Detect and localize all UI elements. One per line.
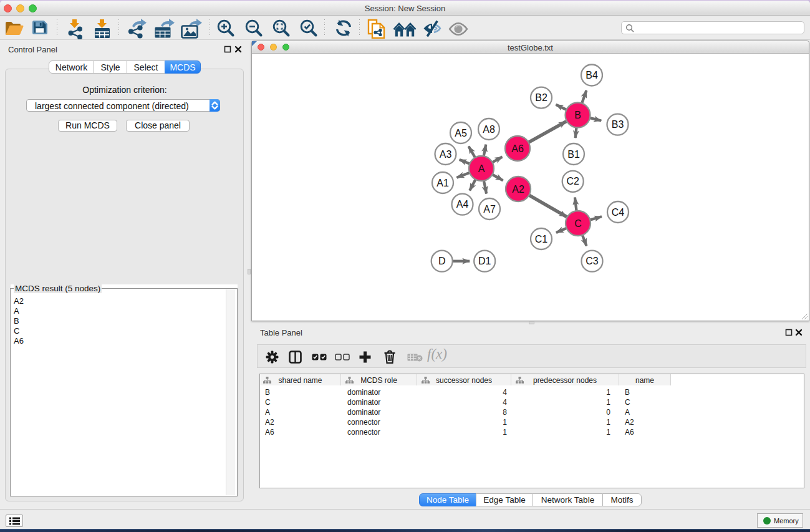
svg-text:B4: B4 bbox=[586, 70, 598, 80]
svg-text:B: B bbox=[574, 110, 581, 120]
svg-text:A2: A2 bbox=[512, 184, 524, 195]
svg-text:A4: A4 bbox=[456, 199, 469, 210]
svg-text:A8: A8 bbox=[483, 124, 495, 135]
svg-text:D1: D1 bbox=[478, 256, 491, 266]
svg-text:A1: A1 bbox=[436, 178, 449, 188]
svg-text:C4: C4 bbox=[612, 207, 625, 218]
svg-text:C3: C3 bbox=[586, 256, 599, 266]
svg-text:B3: B3 bbox=[612, 119, 624, 130]
svg-text:A: A bbox=[478, 163, 485, 174]
svg-text:A5: A5 bbox=[455, 128, 467, 138]
svg-text:A7: A7 bbox=[483, 204, 496, 215]
svg-text:A6: A6 bbox=[511, 143, 524, 154]
svg-text:C1: C1 bbox=[535, 234, 548, 244]
svg-text:C: C bbox=[574, 218, 582, 229]
svg-text:B1: B1 bbox=[567, 149, 580, 160]
svg-text:B2: B2 bbox=[535, 92, 547, 103]
svg-text:C2: C2 bbox=[566, 176, 579, 186]
svg-text:D: D bbox=[438, 256, 446, 266]
svg-text:A3: A3 bbox=[440, 149, 452, 160]
